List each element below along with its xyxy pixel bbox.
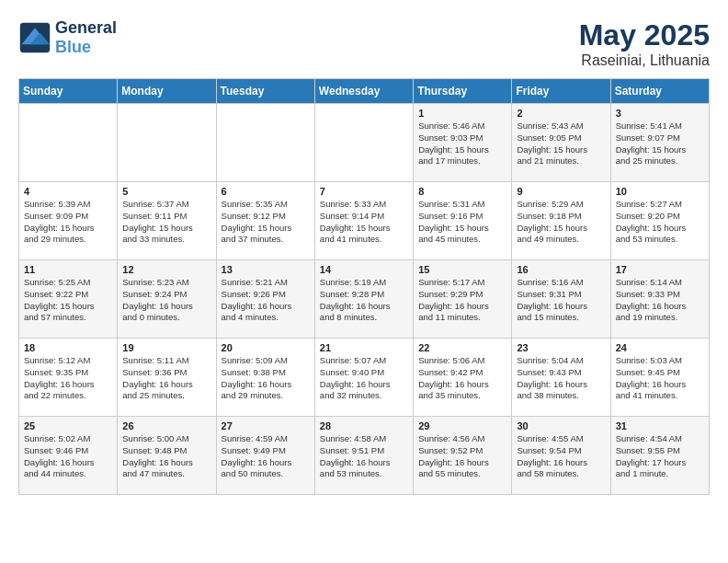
calendar-cell: 6Sunrise: 5:35 AM Sunset: 9:12 PM Daylig… (216, 182, 314, 260)
calendar-cell: 20Sunrise: 5:09 AM Sunset: 9:38 PM Dayli… (216, 339, 314, 417)
day-number: 21 (320, 342, 408, 353)
logo-text: General Blue (55, 18, 117, 57)
day-info: Sunrise: 5:11 AM Sunset: 9:36 PM Dayligh… (122, 355, 210, 402)
page-header: General Blue May 2025 Raseiniai, Lithuan… (18, 18, 710, 69)
calendar-cell: 17Sunrise: 5:14 AM Sunset: 9:33 PM Dayli… (610, 260, 709, 339)
day-info: Sunrise: 5:09 AM Sunset: 9:38 PM Dayligh… (222, 355, 310, 402)
day-number: 5 (122, 186, 210, 197)
calendar-cell: 7Sunrise: 5:33 AM Sunset: 9:14 PM Daylig… (314, 182, 413, 260)
calendar-cell: 23Sunrise: 5:04 AM Sunset: 9:43 PM Dayli… (512, 339, 610, 417)
day-number: 11 (24, 264, 112, 275)
day-number: 6 (222, 186, 310, 197)
calendar-subtitle: Raseiniai, Lithuania (579, 52, 710, 69)
calendar-cell: 24Sunrise: 5:03 AM Sunset: 9:45 PM Dayli… (610, 339, 709, 417)
day-info: Sunrise: 5:25 AM Sunset: 9:22 PM Dayligh… (24, 277, 112, 324)
day-info: Sunrise: 4:55 AM Sunset: 9:54 PM Dayligh… (517, 433, 605, 480)
calendar-cell: 27Sunrise: 4:59 AM Sunset: 9:49 PM Dayli… (216, 417, 314, 495)
calendar-body: 1Sunrise: 5:46 AM Sunset: 9:03 PM Daylig… (19, 104, 710, 495)
day-number: 30 (517, 420, 605, 431)
calendar-cell: 18Sunrise: 5:12 AM Sunset: 9:35 PM Dayli… (19, 339, 118, 417)
day-info: Sunrise: 5:06 AM Sunset: 9:42 PM Dayligh… (418, 355, 506, 402)
day-info: Sunrise: 5:37 AM Sunset: 9:11 PM Dayligh… (122, 199, 210, 246)
calendar-cell (314, 104, 413, 182)
calendar-week-4: 18Sunrise: 5:12 AM Sunset: 9:35 PM Dayli… (19, 339, 710, 417)
day-number: 25 (24, 420, 112, 431)
weekday-header-friday: Friday (512, 79, 610, 104)
calendar-cell: 13Sunrise: 5:21 AM Sunset: 9:26 PM Dayli… (216, 260, 314, 339)
calendar-cell: 28Sunrise: 4:58 AM Sunset: 9:51 PM Dayli… (314, 417, 413, 495)
day-info: Sunrise: 5:07 AM Sunset: 9:40 PM Dayligh… (320, 355, 408, 402)
day-info: Sunrise: 5:27 AM Sunset: 9:20 PM Dayligh… (616, 199, 704, 246)
day-number: 23 (517, 342, 605, 353)
day-info: Sunrise: 4:54 AM Sunset: 9:55 PM Dayligh… (616, 433, 704, 480)
day-info: Sunrise: 5:02 AM Sunset: 9:46 PM Dayligh… (24, 433, 112, 480)
day-info: Sunrise: 5:14 AM Sunset: 9:33 PM Dayligh… (616, 277, 704, 324)
logo-icon (18, 21, 51, 54)
day-number: 2 (517, 108, 605, 119)
calendar-cell: 30Sunrise: 4:55 AM Sunset: 9:54 PM Dayli… (512, 417, 610, 495)
calendar-cell: 10Sunrise: 5:27 AM Sunset: 9:20 PM Dayli… (610, 182, 709, 260)
title-area: May 2025 Raseiniai, Lithuania (579, 18, 710, 69)
weekday-header-sunday: Sunday (19, 79, 118, 104)
calendar-cell: 21Sunrise: 5:07 AM Sunset: 9:40 PM Dayli… (314, 339, 413, 417)
weekday-header-monday: Monday (118, 79, 216, 104)
calendar-week-5: 25Sunrise: 5:02 AM Sunset: 9:46 PM Dayli… (19, 417, 710, 495)
day-info: Sunrise: 5:39 AM Sunset: 9:09 PM Dayligh… (24, 199, 112, 246)
calendar-cell: 5Sunrise: 5:37 AM Sunset: 9:11 PM Daylig… (118, 182, 216, 260)
calendar-cell: 26Sunrise: 5:00 AM Sunset: 9:48 PM Dayli… (118, 417, 216, 495)
day-info: Sunrise: 5:43 AM Sunset: 9:05 PM Dayligh… (517, 121, 605, 167)
day-number: 16 (517, 264, 605, 275)
calendar-week-1: 1Sunrise: 5:46 AM Sunset: 9:03 PM Daylig… (19, 104, 710, 182)
weekday-row: SundayMondayTuesdayWednesdayThursdayFrid… (19, 79, 710, 104)
day-number: 10 (616, 186, 704, 197)
day-number: 9 (517, 186, 605, 197)
day-info: Sunrise: 5:29 AM Sunset: 9:18 PM Dayligh… (517, 199, 605, 246)
calendar-cell: 9Sunrise: 5:29 AM Sunset: 9:18 PM Daylig… (512, 182, 610, 260)
weekday-header-saturday: Saturday (610, 79, 709, 104)
day-info: Sunrise: 5:41 AM Sunset: 9:07 PM Dayligh… (616, 121, 704, 167)
day-number: 19 (122, 342, 210, 353)
calendar-cell: 14Sunrise: 5:19 AM Sunset: 9:28 PM Dayli… (314, 260, 413, 339)
day-number: 20 (222, 342, 310, 353)
day-number: 17 (616, 264, 704, 275)
day-number: 8 (418, 186, 506, 197)
calendar-cell: 29Sunrise: 4:56 AM Sunset: 9:52 PM Dayli… (414, 417, 512, 495)
day-number: 3 (616, 108, 704, 119)
day-number: 26 (122, 420, 210, 431)
day-number: 22 (418, 342, 506, 353)
calendar-cell: 11Sunrise: 5:25 AM Sunset: 9:22 PM Dayli… (19, 260, 118, 339)
day-info: Sunrise: 5:00 AM Sunset: 9:48 PM Dayligh… (122, 433, 210, 480)
day-info: Sunrise: 5:12 AM Sunset: 9:35 PM Dayligh… (24, 355, 112, 402)
day-number: 1 (418, 108, 506, 119)
day-info: Sunrise: 4:59 AM Sunset: 9:49 PM Dayligh… (222, 433, 310, 480)
day-info: Sunrise: 4:56 AM Sunset: 9:52 PM Dayligh… (418, 433, 506, 480)
day-number: 28 (320, 420, 408, 431)
calendar-cell: 31Sunrise: 4:54 AM Sunset: 9:55 PM Dayli… (610, 417, 709, 495)
day-number: 29 (418, 420, 506, 431)
weekday-header-tuesday: Tuesday (216, 79, 314, 104)
day-number: 15 (418, 264, 506, 275)
calendar-cell: 22Sunrise: 5:06 AM Sunset: 9:42 PM Dayli… (414, 339, 512, 417)
calendar-cell (118, 104, 216, 182)
day-info: Sunrise: 4:58 AM Sunset: 9:51 PM Dayligh… (320, 433, 408, 480)
calendar-header: SundayMondayTuesdayWednesdayThursdayFrid… (19, 79, 710, 104)
day-info: Sunrise: 5:23 AM Sunset: 9:24 PM Dayligh… (122, 277, 210, 324)
weekday-header-wednesday: Wednesday (314, 79, 413, 104)
day-number: 24 (616, 342, 704, 353)
day-number: 12 (122, 264, 210, 275)
calendar-cell: 8Sunrise: 5:31 AM Sunset: 9:16 PM Daylig… (414, 182, 512, 260)
day-info: Sunrise: 5:46 AM Sunset: 9:03 PM Dayligh… (418, 121, 506, 167)
day-number: 18 (24, 342, 112, 353)
calendar-cell (216, 104, 314, 182)
logo: General Blue (18, 18, 117, 57)
calendar-cell: 3Sunrise: 5:41 AM Sunset: 9:07 PM Daylig… (610, 104, 709, 182)
calendar-title: May 2025 (579, 18, 710, 52)
calendar-week-2: 4Sunrise: 5:39 AM Sunset: 9:09 PM Daylig… (19, 182, 710, 260)
day-number: 27 (222, 420, 310, 431)
day-info: Sunrise: 5:16 AM Sunset: 9:31 PM Dayligh… (517, 277, 605, 324)
day-info: Sunrise: 5:19 AM Sunset: 9:28 PM Dayligh… (320, 277, 408, 324)
weekday-header-thursday: Thursday (414, 79, 512, 104)
day-info: Sunrise: 5:35 AM Sunset: 9:12 PM Dayligh… (222, 199, 310, 246)
calendar-week-3: 11Sunrise: 5:25 AM Sunset: 9:22 PM Dayli… (19, 260, 710, 339)
calendar-cell (19, 104, 118, 182)
